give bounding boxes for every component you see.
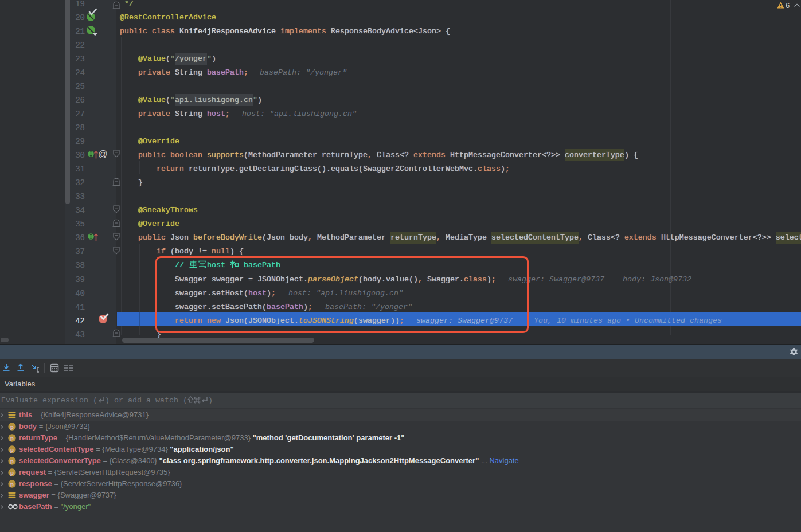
svg-text:p: p — [10, 470, 14, 476]
svg-text:p: p — [10, 435, 14, 441]
svg-text:p: p — [10, 458, 14, 464]
svg-text:p: p — [10, 481, 14, 487]
svg-text:p: p — [10, 447, 14, 453]
svg-text:p: p — [10, 424, 14, 430]
